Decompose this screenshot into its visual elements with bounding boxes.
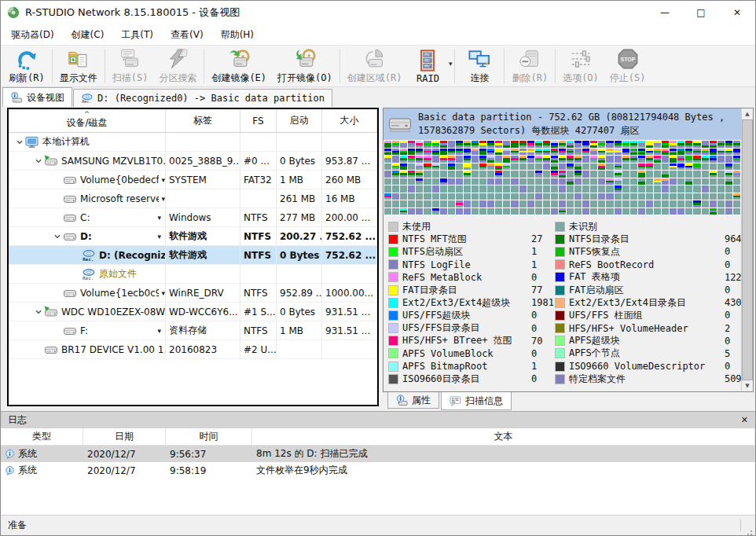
combo-arrow-icon[interactable]: ▾: [157, 214, 161, 222]
tab-device-view[interactable]: 设备视图: [2, 87, 72, 107]
block-cell: [567, 156, 574, 163]
maximize-button[interactable]: □: [683, 1, 719, 24]
tree-row[interactable]: F:▾资料存储NTFS1 MB931.51 ...: [9, 321, 377, 340]
info-scrollbar[interactable]: ▲ ▼: [741, 108, 753, 391]
menu-item-tools[interactable]: 工具(T): [112, 26, 162, 44]
legend-count: 2: [725, 323, 730, 334]
create-image-button[interactable]: 创建镜像(E): [206, 46, 272, 86]
tree-row[interactable]: Volume{1ecb0c98-..▾WinRE_DRVNTFS952.89 .…: [9, 284, 377, 303]
info-tab-scan-info[interactable]: 扫描信息: [441, 392, 512, 410]
device-name-cell: D:▾: [9, 227, 166, 246]
block-cell: [448, 208, 455, 215]
block-cell: [590, 185, 597, 193]
block-cell: [487, 178, 494, 185]
tree-row[interactable]: SAMSUNG MZVLB1T0...0025_388B_9...#0 ...0…: [9, 152, 377, 171]
log-row[interactable]: 系统2020/12/79:58:19文件枚举在9秒内完成: [1, 462, 755, 479]
log-col-header-3[interactable]: 文本: [252, 428, 755, 445]
block-cell: [590, 163, 597, 171]
tree-row[interactable]: Volume{0bedecf0-..▾SYSTEMFAT321 MB260 MB: [9, 171, 377, 189]
block-cell: [495, 200, 502, 207]
scroll-up-icon[interactable]: ▲: [745, 108, 749, 119]
tree-row[interactable]: C:▾WindowsNTFS277 MB200.00 ...: [9, 208, 377, 227]
tree-cell-label: 软件游戏: [166, 246, 240, 265]
tree-row[interactable]: Rec.D: (Recognize...软件游戏NTFS0 Bytes752.6…: [9, 246, 377, 265]
log-col-header-0[interactable]: 类型: [1, 428, 83, 445]
expander-chevron-icon[interactable]: [13, 138, 25, 146]
block-cell: [543, 163, 550, 171]
block-cell: [448, 163, 455, 171]
scroll-down-icon[interactable]: ▼: [745, 380, 749, 391]
combo-arrow-icon[interactable]: ▾: [161, 289, 165, 297]
legend-item: Ext2/Ext3/Ext4目录条目4305: [556, 296, 741, 309]
tree-col-header-3[interactable]: 启动: [277, 109, 322, 132]
chevron-down-icon[interactable]: ▾: [449, 60, 453, 68]
tree-cell-label: [166, 189, 240, 208]
tree-row[interactable]: WDC WD10EZEX-08W...WD-WCC6Y6...#1 S...0 …: [9, 303, 377, 321]
delete-label: 删除(R): [512, 72, 548, 85]
block-cell: [495, 149, 502, 156]
scrollbar-thumb[interactable]: [742, 119, 753, 380]
create-image-label: 创建镜像(E): [211, 72, 266, 85]
tree-cell-label: [166, 133, 240, 152]
tree-row[interactable]: 本地计算机: [9, 133, 377, 152]
block-cell: [646, 185, 653, 193]
block-cell: [638, 141, 645, 148]
open-image-button[interactable]: 打开镜像(O): [272, 46, 338, 86]
block-cell: [535, 163, 542, 171]
expander-chevron-icon[interactable]: [32, 157, 44, 165]
combo-arrow-icon[interactable]: ▾: [161, 195, 165, 203]
tree-col-header-0[interactable]: ^设备/磁盘: [9, 109, 166, 132]
minimize-button[interactable]: —: [647, 1, 683, 24]
close-button[interactable]: ✕: [719, 1, 755, 24]
log-row[interactable]: 系统2020/12/79:56:378m 12s 的 D: 扫描已完成: [1, 446, 755, 462]
block-cell: [535, 171, 542, 178]
menu-item-drive[interactable]: 驱动器(D): [2, 26, 63, 44]
block-cell: [717, 193, 725, 200]
block-cell: [733, 149, 740, 156]
tree-cell-boot: 261 MB: [277, 189, 322, 208]
tree-col-header-2[interactable]: FS: [240, 109, 277, 132]
tree-row[interactable]: D:▾软件游戏NTFS200.27 ...752.62 ...: [9, 227, 377, 246]
tab-recognized-partition[interactable]: Rec.D: (Recognized0) -> Basic data parti…: [73, 89, 332, 107]
block-cell: [590, 200, 597, 207]
block-cell: [702, 156, 709, 163]
menu-item-help[interactable]: 帮助(H): [212, 26, 262, 44]
log-panel: 日志 ✕ 类型日期时间文本 系统2020/12/79:56:378m 12s 的…: [1, 411, 755, 515]
menu-item-view[interactable]: 查看(V): [162, 26, 212, 44]
block-cell: [408, 141, 415, 148]
resize-grip[interactable]: [750, 530, 752, 532]
log-close-button[interactable]: ✕: [741, 415, 748, 425]
combo-arrow-icon[interactable]: ▾: [161, 176, 165, 184]
title-bar: R-STUDIO Network 8.15.180015 - 设备视图 — □ …: [1, 1, 755, 24]
connect-button[interactable]: 连接: [457, 46, 502, 86]
tree-cell-fs: NTFS: [240, 227, 277, 246]
block-cell: [574, 149, 582, 156]
menu-item-create[interactable]: 创建(C): [63, 26, 113, 44]
log-col-header-2[interactable]: 时间: [166, 428, 252, 445]
block-cell: [622, 178, 629, 185]
tree-row[interactable]: BR17 DEVICE V1.00 1....20160823#2 U...: [9, 340, 377, 359]
tree-col-header-4[interactable]: 大小: [322, 109, 377, 132]
legend-color-swatch: [556, 299, 564, 307]
block-cell: [456, 185, 463, 193]
expander-chevron-icon[interactable]: [51, 233, 63, 240]
tree-row[interactable]: Microsoft reserve..▾261 MB16 MB: [9, 189, 377, 208]
legend-count: 0: [531, 272, 537, 283]
block-cell: [638, 156, 645, 163]
tree-col-header-1[interactable]: 标签: [166, 109, 240, 132]
tree-row[interactable]: Rec.原始文件: [9, 265, 377, 284]
block-cell: [511, 208, 518, 215]
combo-arrow-icon[interactable]: ▾: [157, 327, 161, 335]
device-name-cell: SAMSUNG MZVLB1T0...: [9, 152, 166, 171]
combo-arrow-icon[interactable]: ▾: [157, 233, 161, 240]
expander-chevron-icon[interactable]: [32, 308, 44, 316]
raid-button[interactable]: ▾RAID: [407, 48, 453, 85]
show-files-button[interactable]: 显示文件: [54, 46, 103, 86]
log-col-header-1[interactable]: 日期: [83, 428, 166, 445]
block-cell: [582, 208, 589, 215]
refresh-button[interactable]: 刷新(R): [3, 46, 50, 86]
tab-label: 设备视图: [27, 91, 64, 105]
block-cell: [384, 178, 391, 185]
info-tab-label: 扫描信息: [465, 395, 503, 408]
info-tab-properties[interactable]: 属性: [387, 392, 439, 409]
